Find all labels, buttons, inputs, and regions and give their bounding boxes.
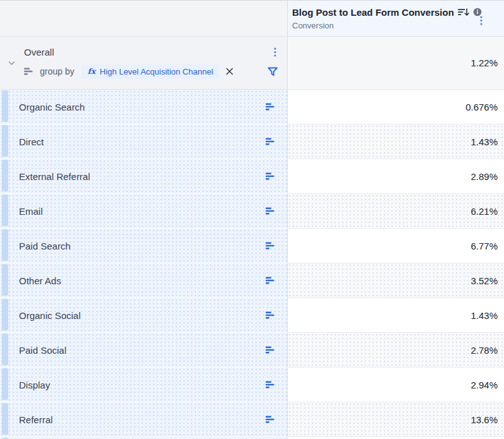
row-label: Referral — [19, 414, 52, 425]
row-label-cell[interactable]: Other Ads — [0, 263, 288, 298]
row-value-cell: 1.43% — [288, 298, 504, 333]
row-value-cell: 0.676% — [288, 90, 504, 124]
group-by-label: group by — [40, 66, 74, 76]
row-value: 3.52% — [470, 275, 498, 286]
table-row[interactable]: Organic Social 1.43% — [0, 298, 504, 333]
row-value: 2.78% — [470, 345, 498, 356]
row-color-strip — [2, 368, 8, 400]
row-value: 6.77% — [470, 241, 498, 251]
formula-fx-icon: fx — [87, 68, 95, 75]
row-label-cell[interactable]: Organic Social — [0, 298, 288, 333]
row-label-cell[interactable]: Direct — [0, 124, 288, 159]
row-label-cell[interactable]: Paid Search — [0, 229, 288, 263]
group-by-property-name: High Level Acquisition Channel — [100, 67, 213, 76]
overall-value-cell: 1.22% — [288, 37, 504, 90]
collapse-chevron-down-icon[interactable] — [8, 61, 15, 65]
table-row[interactable]: Paid Social 2.78% — [0, 333, 504, 368]
row-value: 6.21% — [470, 206, 498, 217]
row-label-cell[interactable]: Email — [0, 194, 288, 229]
overall-value: 1.22% — [470, 57, 498, 68]
group-by-property-chip[interactable]: fx High Level Acquisition Channel — [82, 64, 219, 79]
row-label: Direct — [19, 136, 44, 147]
row-color-strip — [2, 403, 8, 435]
sort-descending-icon[interactable] — [458, 8, 469, 16]
row-color-strip — [2, 299, 8, 330]
table-row[interactable]: Display 2.94% — [0, 368, 504, 402]
conversion-table: Blog Post to Lead Form Conversion Conver… — [0, 0, 504, 439]
row-color-strip — [2, 90, 8, 122]
row-label-cell[interactable]: Referral — [0, 402, 288, 437]
row-group-by-icon[interactable] — [266, 277, 275, 284]
row-label: Paid Social — [19, 345, 66, 356]
row-value: 1.43% — [470, 136, 498, 147]
row-group-by-icon[interactable] — [266, 311, 275, 319]
filter-funnel-icon[interactable] — [267, 67, 278, 76]
row-group-by-icon[interactable] — [266, 242, 275, 250]
table-row[interactable]: Other Ads 3.52% — [0, 263, 504, 298]
row-value-cell: 2.78% — [288, 333, 504, 368]
row-label: Display — [19, 380, 50, 390]
header-corner-cell — [0, 1, 288, 37]
row-value: 1.43% — [470, 310, 498, 321]
row-label-cell[interactable]: External Referral — [0, 159, 288, 194]
metric-column-header: Blog Post to Lead Form Conversion Conver… — [288, 1, 504, 37]
row-value-cell: 2.89% — [288, 159, 504, 194]
row-group-by-icon[interactable] — [266, 416, 275, 423]
row-group-by-icon[interactable] — [266, 381, 275, 388]
row-label: Organic Social — [19, 310, 81, 321]
table-row[interactable]: Organic Search 0.676% — [0, 90, 504, 124]
group-by-icon — [24, 68, 34, 75]
row-color-strip — [2, 195, 8, 226]
row-value-cell: 3.52% — [288, 263, 504, 298]
table-row[interactable]: Direct 1.43% — [0, 124, 504, 159]
table-row[interactable]: Email 6.21% — [0, 194, 504, 229]
row-value-cell: 6.21% — [288, 194, 504, 229]
row-value: 0.676% — [465, 102, 498, 112]
metric-column-title: Blog Post to Lead Form Conversion — [292, 7, 454, 18]
remove-group-by-close-icon[interactable] — [226, 68, 233, 75]
row-group-by-icon[interactable] — [266, 172, 275, 180]
table-row[interactable]: Paid Search 6.77% — [0, 229, 504, 263]
row-label-cell[interactable]: Organic Search — [0, 90, 288, 124]
row-group-by-icon[interactable] — [266, 103, 275, 111]
row-color-strip — [2, 334, 8, 365]
row-value: 2.94% — [470, 380, 498, 390]
row-value-cell: 6.77% — [288, 229, 504, 263]
row-color-strip — [2, 125, 8, 157]
row-color-strip — [2, 264, 8, 296]
table-row[interactable]: Referral 13.6% — [0, 402, 504, 437]
overall-cell: Overall — [0, 37, 288, 90]
row-label: Paid Search — [19, 241, 71, 251]
row-value-cell: 13.6% — [288, 402, 504, 437]
row-group-by-icon[interactable] — [266, 346, 275, 354]
overall-row: Overall — [0, 37, 504, 90]
row-color-strip — [2, 160, 8, 191]
row-label: Other Ads — [19, 275, 61, 286]
data-rows-container: Organic Search 0.676% Direct — [0, 90, 504, 437]
row-label: Email — [19, 206, 43, 217]
table-row[interactable]: External Referral 2.89% — [0, 159, 504, 194]
row-group-by-icon[interactable] — [266, 207, 275, 215]
info-icon[interactable] — [473, 8, 482, 16]
column-kebab-menu-icon[interactable] — [480, 16, 482, 25]
row-label: Organic Search — [19, 102, 85, 112]
row-label-cell[interactable]: Paid Social — [0, 333, 288, 368]
row-value: 13.6% — [470, 414, 498, 425]
row-color-strip — [2, 229, 8, 261]
row-group-by-icon[interactable] — [266, 138, 275, 145]
row-label-cell[interactable]: Display — [0, 368, 288, 402]
row-value-cell: 2.94% — [288, 368, 504, 402]
overall-label: Overall — [24, 47, 54, 57]
row-label: External Referral — [19, 171, 90, 182]
row-value: 2.89% — [470, 171, 498, 182]
table-header-row: Blog Post to Lead Form Conversion Conver… — [0, 1, 504, 37]
metric-column-subtitle: Conversion — [292, 21, 498, 30]
row-value-cell: 1.43% — [288, 124, 504, 159]
overall-kebab-menu-icon[interactable] — [274, 47, 276, 57]
